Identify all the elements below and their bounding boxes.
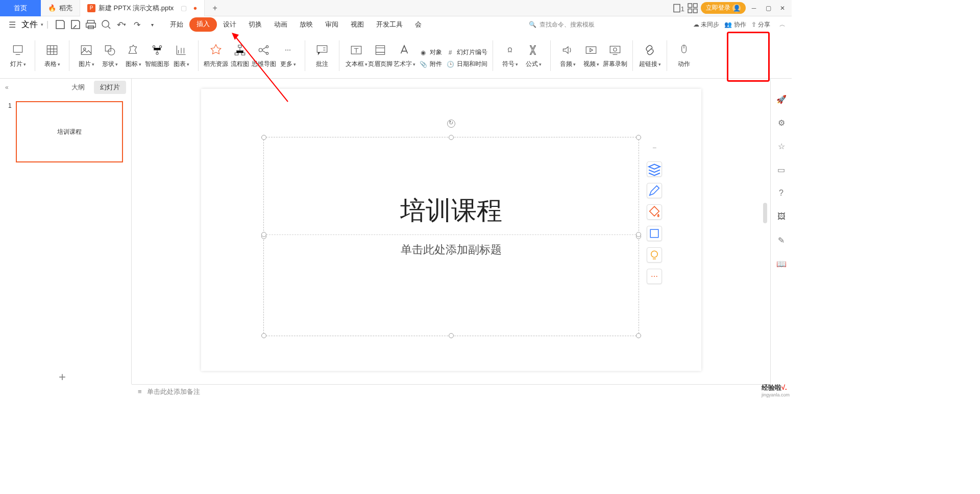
tab-design[interactable]: 设计 <box>217 17 242 32</box>
smartart-button[interactable]: 智能图形 <box>145 43 169 68</box>
object-button[interactable]: ◉对象 <box>419 48 442 57</box>
textbox-button[interactable]: 文本框▾ <box>345 43 368 68</box>
layers-icon[interactable] <box>647 161 662 177</box>
tab-start[interactable]: 开始 <box>164 17 189 32</box>
rotate-handle[interactable] <box>447 120 455 128</box>
picture-button[interactable]: 图片▾ <box>75 43 98 68</box>
action-button[interactable]: 动作 <box>672 43 696 68</box>
grid-icon[interactable] <box>687 2 699 14</box>
help-icon[interactable]: ? <box>776 188 787 198</box>
qat-more-icon[interactable]: ▾ <box>145 18 159 31</box>
print-icon[interactable] <box>84 18 97 31</box>
dock-icon[interactable]: 1 <box>672 2 684 14</box>
resources-button[interactable]: 稻壳资源 <box>204 43 228 68</box>
present-mode-icon[interactable]: ▢ <box>181 4 187 12</box>
formula-button[interactable]: 公式▾ <box>522 43 545 68</box>
handle-mid-e[interactable] <box>636 232 641 237</box>
header-footer-button[interactable]: 页眉页脚 <box>368 43 393 68</box>
tab-slideshow[interactable]: 放映 <box>293 17 319 32</box>
book-icon[interactable]: 📖 <box>776 258 787 269</box>
collapse-panel-icon[interactable]: « <box>5 84 9 91</box>
idea-icon[interactable] <box>647 247 662 263</box>
more-button[interactable]: ⋯更多▾ <box>276 43 300 68</box>
undo-icon[interactable]: ↶▾ <box>115 18 128 31</box>
more-tools-icon[interactable]: ⋯ <box>647 269 662 284</box>
comment-button[interactable]: 批注 <box>310 43 334 68</box>
icon-button[interactable]: 图标▾ <box>121 43 145 68</box>
tab-home[interactable]: 首页 <box>0 0 41 16</box>
slide-number-button[interactable]: #幻灯片编号 <box>446 48 487 57</box>
pentip-icon[interactable]: ✎ <box>776 235 787 245</box>
tab-insert[interactable]: 插入 <box>189 17 217 32</box>
login-button[interactable]: 立即登录 👤 <box>701 2 746 14</box>
handle-ne[interactable] <box>636 135 641 140</box>
tab-transition[interactable]: 切换 <box>242 17 268 32</box>
add-slide-button[interactable]: + <box>59 370 66 384</box>
thumbnail[interactable]: 培训课程 <box>16 101 123 162</box>
new-tab-button[interactable]: + <box>205 0 225 16</box>
tab-member[interactable]: 会 <box>409 17 428 32</box>
datetime-button[interactable]: 🕒日期和时间 <box>446 60 487 68</box>
crop-icon[interactable] <box>647 226 662 241</box>
audio-button[interactable]: 音频▾ <box>556 43 579 68</box>
handle-s[interactable] <box>449 333 454 338</box>
tab-view[interactable]: 视图 <box>345 17 370 32</box>
redo-icon[interactable]: ↷ <box>130 18 143 31</box>
handle-nw[interactable] <box>261 135 266 140</box>
tab-devtools[interactable]: 开发工具 <box>370 17 409 32</box>
vertical-scrollbar[interactable] <box>761 82 769 384</box>
rocket-icon[interactable]: 🚀 <box>776 94 787 104</box>
presentation-rail-icon[interactable]: ▭ <box>776 164 787 175</box>
attach-button[interactable]: 📎附件 <box>419 60 442 68</box>
selection-box[interactable]: 培训课程 单击此处添加副标题 <box>263 137 639 336</box>
wordart-button[interactable]: 艺术字▾ <box>393 43 416 68</box>
pen-icon[interactable] <box>647 183 662 198</box>
hyperlink-button[interactable]: 超链接▾ <box>638 43 662 68</box>
slides-tab[interactable]: 幻灯片 <box>94 81 126 94</box>
video-button[interactable]: 视频▾ <box>579 43 603 68</box>
collapse-ribbon-icon[interactable]: ︿ <box>779 20 786 29</box>
symbol-button[interactable]: Ω符号▾ <box>498 43 522 68</box>
maximize-button[interactable]: ▢ <box>762 2 774 14</box>
collapse-toolbar-icon[interactable]: − <box>647 140 662 155</box>
gallery-icon[interactable]: 🖼 <box>776 211 787 222</box>
shape-button[interactable]: 形状▾ <box>98 43 121 68</box>
preview-icon[interactable] <box>100 18 113 31</box>
star-icon[interactable]: ☆ <box>776 141 787 151</box>
scroll-thumb[interactable] <box>763 203 767 223</box>
slide-subtitle-placeholder[interactable]: 单击此处添加副标题 <box>264 242 639 257</box>
chart-button[interactable]: 图表▾ <box>169 43 193 68</box>
tab-animation[interactable]: 动画 <box>268 17 293 32</box>
saveas-icon[interactable] <box>69 18 82 31</box>
search-input[interactable]: 🔍 查找命令、搜索模板 <box>529 20 621 29</box>
notes-icon[interactable]: ≡ <box>138 388 142 395</box>
slide-title-text[interactable]: 培训课程 <box>264 194 639 228</box>
handle-se[interactable] <box>636 333 641 338</box>
collab-button[interactable]: 👥 协作 <box>724 20 746 29</box>
close-button[interactable]: ✕ <box>776 2 789 14</box>
new-slide-button[interactable]: 灯片▾ <box>6 43 30 68</box>
minimize-button[interactable]: ─ <box>748 2 760 14</box>
handle-mid-w[interactable] <box>261 232 266 237</box>
mindmap-button[interactable]: 思维导图 <box>252 43 276 68</box>
comment-icon <box>315 43 329 57</box>
screenrec-button[interactable]: 屏幕录制 <box>603 43 627 68</box>
share-button[interactable]: ⇪ 分享 <box>751 20 770 29</box>
save-icon[interactable] <box>54 18 67 31</box>
notes-placeholder[interactable]: 单击此处添加备注 <box>147 387 200 396</box>
tab-docker[interactable]: 🔥 稻壳 <box>41 0 80 16</box>
sync-status[interactable]: ☁ 未同步 <box>693 20 719 29</box>
outline-tab[interactable]: 大纲 <box>65 81 91 94</box>
file-menu[interactable]: ☰ 文件 ▾ | <box>6 18 48 31</box>
flowchart-button[interactable]: 流程图 <box>228 43 252 68</box>
canvas-area[interactable]: 培训课程 单击此处添加副标题 − ⋯ <box>132 79 770 384</box>
settings-slider-icon[interactable]: ⚙ <box>776 117 787 128</box>
table-button[interactable]: 表格▾ <box>40 43 64 68</box>
handle-sw[interactable] <box>261 333 266 338</box>
handle-n[interactable] <box>449 135 454 140</box>
tab-review[interactable]: 审阅 <box>319 17 345 32</box>
fill-icon[interactable] <box>647 204 662 220</box>
slide-thumb-1[interactable]: 1 培训课程 <box>8 101 123 162</box>
tab-current-doc[interactable]: P 新建 PPTX 演示文稿.pptx ▢ ● <box>80 0 205 16</box>
slide-canvas[interactable]: 培训课程 单击此处添加副标题 <box>201 89 701 371</box>
